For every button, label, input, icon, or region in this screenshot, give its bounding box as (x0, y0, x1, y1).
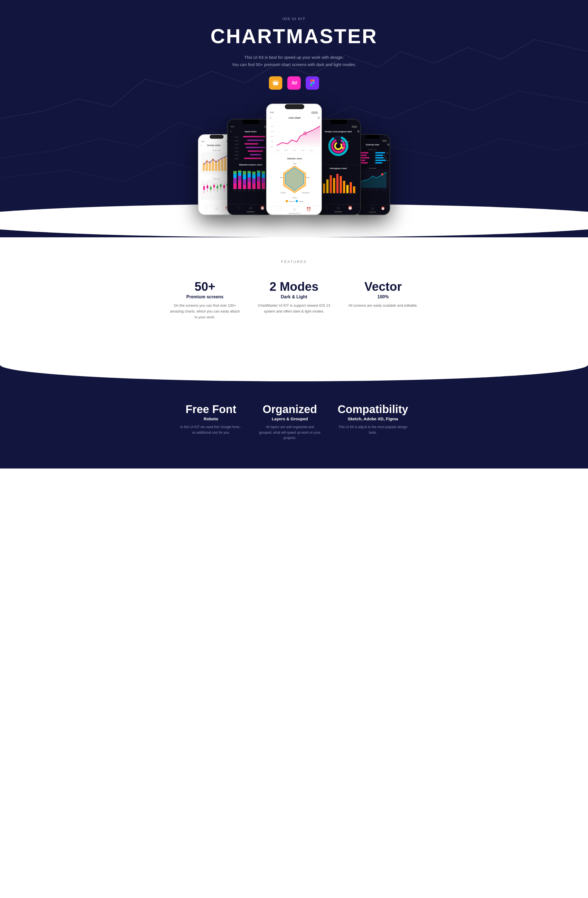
feature-2-desc: ChartMaster UI KIT is support newest iOS… (258, 303, 330, 314)
svg-text:60%: 60% (387, 160, 388, 161)
svg-text:Task 1: Task 1 (235, 136, 239, 138)
svg-rect-157 (330, 120, 347, 124)
features-grid: 50+ Premium screens On the screens you c… (169, 280, 419, 320)
bottom-feature-2-desc: All layers are well organized and groupe… (259, 424, 321, 441)
svg-text:May: May (253, 190, 255, 192)
svg-text:Present: Present (289, 201, 295, 202)
svg-text:⏰: ⏰ (306, 207, 311, 212)
svg-text:26/07: 26/07 (301, 149, 305, 151)
svg-text:◎: ◎ (293, 207, 296, 211)
feature-1-desc: On the screens you can find over 100+ am… (169, 303, 241, 320)
feature-2-subtitle: Dark & Light (258, 294, 330, 300)
bottom-feature-3-desc: This UI Kit is adjust to the most popula… (338, 424, 408, 435)
svg-rect-195 (365, 135, 379, 139)
svg-text:31/07: 31/07 (310, 149, 313, 151)
svg-rect-85 (247, 182, 251, 189)
bottom-feature-2-subtitle: Layers & Grouped (259, 417, 321, 421)
features-section: FEATURES 50+ Premium screens On the scre… (0, 237, 588, 364)
feature-2-number: 2 Modes (258, 280, 330, 293)
feature-3-subtitle: 100% (347, 294, 419, 300)
svg-text:25/07: 25/07 (293, 149, 296, 151)
svg-text:‹: ‹ (230, 130, 231, 133)
bottom-feature-3-number: Compatibility (338, 404, 408, 415)
phone-center: 9:41 ‹ Line chart ⊞ 115 114 113 112 111 (266, 104, 322, 215)
svg-text:Gantt chart: Gantt chart (245, 130, 257, 133)
bottom-feature-3-subtitle: Sketch, Adobe XD, Figma (338, 417, 408, 421)
svg-rect-90 (252, 178, 256, 183)
svg-rect-36 (210, 187, 212, 190)
svg-rect-100 (262, 171, 265, 174)
svg-rect-65 (246, 147, 265, 148)
svg-rect-80 (238, 171, 241, 172)
svg-rect-81 (243, 185, 246, 189)
svg-text:2-01: 2-01 (368, 189, 371, 191)
svg-text:Mar: Mar (244, 190, 246, 192)
svg-rect-113 (247, 211, 255, 212)
svg-rect-182 (336, 174, 339, 193)
svg-rect-96 (257, 171, 260, 172)
svg-rect-95 (257, 172, 260, 177)
svg-rect-178 (323, 183, 325, 193)
phones-row: 9:41 ‹ Overlay charts ⚙ Overlay charts (6, 104, 582, 215)
svg-point-224 (381, 173, 383, 175)
svg-rect-235 (369, 212, 376, 212)
svg-rect-86 (247, 177, 251, 182)
svg-rect-76 (233, 171, 236, 174)
svg-point-149 (296, 200, 298, 202)
svg-rect-79 (238, 172, 241, 176)
bottom-feature-1-subtitle: Roboto (180, 417, 242, 421)
svg-rect-216 (375, 160, 386, 161)
bottom-features-grid: Free Font Roboto In this UI KIT we used … (169, 404, 419, 469)
svg-rect-27 (224, 157, 226, 171)
svg-rect-202 (360, 152, 368, 154)
svg-rect-180 (330, 175, 332, 193)
svg-text:◎: ◎ (336, 206, 340, 210)
svg-rect-52 (242, 120, 259, 124)
svg-text:Multiple circle progress chart: Multiple circle progress chart (325, 131, 352, 133)
svg-rect-71 (244, 158, 262, 159)
svg-rect-26 (221, 158, 223, 171)
svg-rect-73 (233, 183, 236, 189)
svg-text:Histogram chart: Histogram chart (330, 167, 347, 170)
svg-text:Line chart: Line chart (369, 168, 376, 169)
bottom-curve (0, 348, 588, 381)
svg-text:‹: ‹ (201, 144, 201, 146)
svg-text:Task 3: Task 3 (235, 143, 239, 145)
svg-text:9:41: 9:41 (230, 126, 235, 128)
svg-rect-84 (243, 171, 246, 175)
svg-rect-59 (243, 136, 265, 137)
svg-text:⊞: ⊞ (387, 143, 390, 146)
feature-1-number: 50+ (169, 280, 241, 293)
svg-rect-42 (220, 185, 222, 187)
feature-3-desc: All screens are easly scalable and edita… (347, 303, 419, 309)
svg-text:♡: ♡ (237, 206, 241, 210)
svg-rect-173 (342, 147, 344, 149)
svg-rect-44 (223, 185, 225, 188)
svg-text:115: 115 (270, 126, 274, 127)
svg-rect-185 (346, 185, 349, 193)
feature-1-subtitle: Premium screens (169, 294, 241, 300)
svg-text:‹: ‹ (270, 116, 271, 119)
svg-rect-75 (233, 174, 236, 178)
svg-text:3-01: 3-01 (376, 189, 378, 191)
svg-text:Time: Time (344, 144, 347, 146)
svg-rect-183 (340, 176, 342, 193)
svg-rect-92 (252, 172, 256, 174)
svg-text:Overlay charts: Overlay charts (207, 144, 221, 146)
svg-rect-63 (244, 143, 258, 145)
svg-rect-91 (252, 174, 256, 178)
svg-text:Apr: Apr (248, 190, 250, 192)
svg-text:111: 111 (270, 146, 274, 148)
svg-text:Jan: Jan (234, 190, 236, 192)
svg-text:Jul: Jul (263, 190, 264, 192)
svg-rect-82 (243, 179, 246, 185)
svg-rect-114 (285, 104, 304, 109)
svg-text:◎: ◎ (371, 206, 374, 210)
svg-rect-78 (238, 176, 241, 181)
svg-rect-187 (353, 186, 355, 193)
svg-text:45%: 45% (384, 155, 386, 156)
svg-text:⏰: ⏰ (348, 206, 353, 210)
svg-text:♡: ♡ (205, 206, 208, 210)
svg-text:20/07: 20/07 (276, 149, 280, 151)
svg-rect-169 (342, 140, 344, 142)
